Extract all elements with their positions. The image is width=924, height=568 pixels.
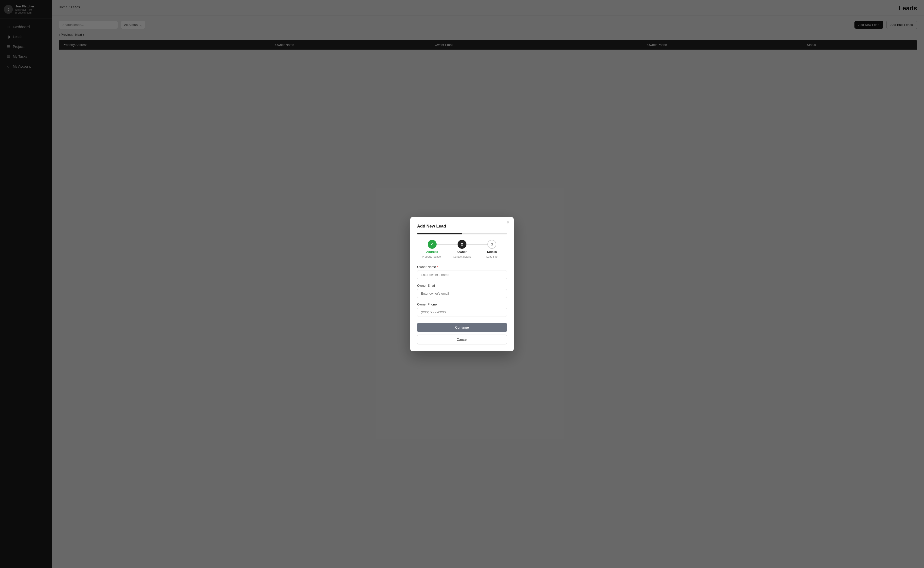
modal-title: Add New Lead [417, 224, 507, 229]
continue-button[interactable]: Continue [417, 323, 507, 332]
step-3-label: Details [487, 250, 497, 254]
step-1-circle: ✓ [428, 240, 437, 249]
modal-overlay: ✕ Add New Lead ✓ Address Property locati… [0, 0, 924, 568]
required-star: * [437, 265, 438, 269]
owner-name-input[interactable] [417, 270, 507, 279]
step-2-circle: 2 [458, 240, 466, 249]
owner-phone-group: Owner Phone [417, 302, 507, 317]
step-3-circle: 3 [487, 240, 496, 249]
step-1-sublabel: Property location [422, 255, 442, 258]
step-details: 3 Details Lead info [477, 240, 507, 258]
owner-phone-label: Owner Phone [417, 302, 507, 306]
step-2-sublabel: Contact details [453, 255, 471, 258]
owner-name-label: Owner Name * [417, 265, 507, 269]
progress-bar-fill [417, 233, 462, 234]
progress-bar-track [417, 233, 507, 234]
step-owner: 2 Owner Contact details [447, 240, 477, 258]
step-1-label: Address [426, 250, 438, 254]
modal-footer: Continue Cancel [417, 323, 507, 344]
step-2-label: Owner [457, 250, 466, 254]
cancel-button[interactable]: Cancel [417, 335, 507, 344]
modal-close-button[interactable]: ✕ [506, 221, 510, 225]
steps-row: ✓ Address Property location 2 Owner Cont… [417, 240, 507, 258]
step-address: ✓ Address Property location [417, 240, 447, 258]
owner-email-label: Owner Email [417, 284, 507, 287]
owner-email-group: Owner Email [417, 284, 507, 298]
step-3-sublabel: Lead info [487, 255, 497, 258]
owner-phone-input[interactable] [417, 308, 507, 317]
owner-email-input[interactable] [417, 289, 507, 298]
add-new-lead-modal: ✕ Add New Lead ✓ Address Property locati… [410, 217, 514, 351]
owner-name-group: Owner Name * [417, 265, 507, 279]
